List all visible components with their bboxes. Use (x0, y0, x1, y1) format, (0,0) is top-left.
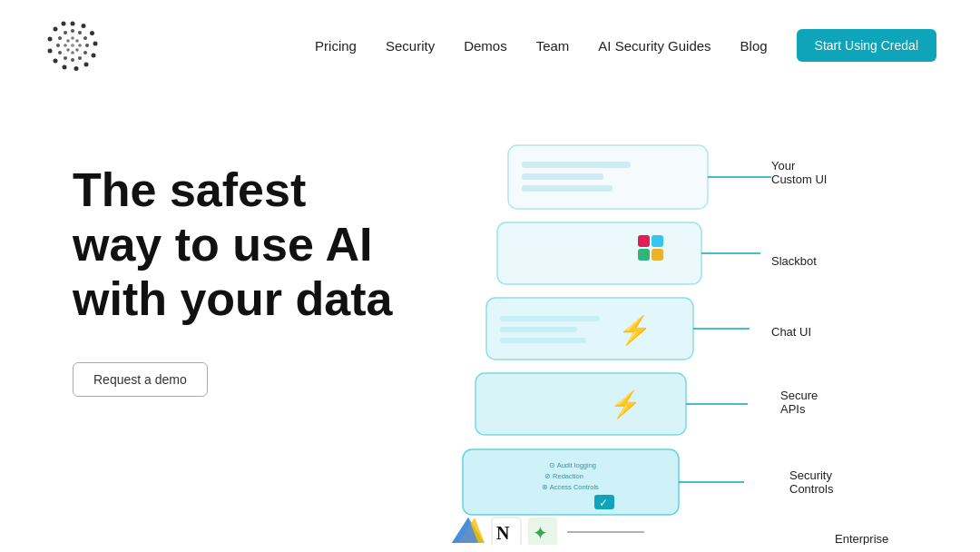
svg-rect-35 (522, 162, 631, 168)
svg-text:APIs: APIs (780, 402, 806, 416)
hero-diagram: Your Custom UI Slackbot ⚡ (436, 127, 962, 545)
nav-link-pricing[interactable]: Pricing (315, 38, 357, 54)
svg-point-15 (83, 36, 87, 40)
svg-rect-41 (638, 235, 650, 247)
svg-point-19 (71, 58, 74, 62)
svg-rect-56 (463, 449, 679, 515)
svg-point-20 (64, 56, 67, 60)
hero-title: The safest way to use AI with your data (73, 163, 417, 326)
label-custom-ui: Your (771, 159, 796, 172)
svg-point-31 (64, 44, 67, 47)
svg-rect-52 (475, 373, 686, 435)
svg-point-17 (83, 51, 87, 54)
svg-point-18 (78, 56, 82, 60)
svg-point-10 (48, 37, 53, 42)
svg-point-0 (71, 22, 75, 26)
svg-point-12 (62, 22, 66, 26)
svg-text:⊛ Access Controls: ⊛ Access Controls (542, 483, 599, 491)
svg-rect-43 (638, 249, 650, 261)
svg-point-4 (92, 54, 96, 58)
svg-text:⚡: ⚡ (618, 314, 652, 347)
svg-point-30 (66, 48, 70, 52)
svg-point-16 (85, 44, 89, 47)
svg-rect-40 (497, 222, 701, 284)
svg-point-8 (54, 59, 58, 64)
credal-logo-icon (44, 16, 102, 74)
nav-link-ai-security-guides[interactable]: AI Security Guides (598, 38, 710, 54)
start-using-credal-button[interactable]: Start Using Credal (797, 29, 936, 62)
svg-rect-49 (500, 327, 577, 332)
hero-section: The safest way to use AI with your data … (0, 91, 980, 545)
nav-link-demos[interactable]: Demos (464, 38, 507, 54)
svg-rect-37 (522, 185, 612, 192)
request-demo-button[interactable]: Request a demo (73, 362, 208, 397)
label-slackbot: Slackbot (771, 254, 817, 268)
svg-rect-48 (500, 316, 600, 321)
svg-text:⊙ Audit logging: ⊙ Audit logging (549, 461, 596, 469)
svg-point-5 (84, 63, 89, 67)
label-chat-ui: Chat UI (771, 325, 811, 339)
navigation: Pricing Security Demos Team AI Security … (0, 0, 980, 91)
svg-text:N: N (496, 523, 510, 543)
svg-text:✦: ✦ (533, 523, 548, 543)
svg-point-21 (58, 51, 62, 54)
svg-rect-50 (500, 338, 586, 343)
diagram-svg: Your Custom UI Slackbot ⚡ (436, 127, 962, 545)
svg-text:Custom UI: Custom UI (771, 172, 827, 186)
svg-point-14 (78, 31, 82, 34)
svg-point-25 (71, 36, 74, 40)
svg-point-1 (82, 24, 86, 28)
svg-point-32 (66, 39, 70, 43)
svg-point-2 (90, 31, 94, 35)
nav-link-team[interactable]: Team (536, 38, 570, 54)
svg-point-3 (93, 42, 98, 46)
svg-text:Controls: Controls (789, 482, 834, 496)
svg-point-11 (54, 27, 58, 32)
svg-point-13 (71, 29, 74, 33)
svg-point-23 (58, 36, 62, 40)
nav-links: Pricing Security Demos Team AI Security … (315, 29, 936, 62)
svg-point-28 (75, 48, 79, 52)
label-secure-apis: Secure (780, 389, 818, 402)
svg-point-6 (74, 66, 79, 71)
svg-point-26 (75, 39, 79, 43)
svg-point-24 (64, 31, 67, 34)
svg-point-22 (56, 44, 60, 47)
logo[interactable] (44, 16, 102, 74)
svg-text:✓: ✓ (599, 497, 608, 509)
svg-point-29 (71, 51, 74, 54)
svg-point-27 (78, 44, 82, 47)
svg-text:⊘ Redaction: ⊘ Redaction (544, 472, 583, 480)
label-security-controls: Security (789, 468, 832, 482)
svg-point-7 (63, 65, 67, 70)
nav-link-security[interactable]: Security (386, 38, 435, 54)
svg-rect-42 (652, 235, 663, 247)
svg-point-33 (71, 44, 74, 47)
svg-text:⚡: ⚡ (610, 389, 642, 419)
label-enterprise-data: Enterprise (835, 532, 888, 545)
svg-rect-36 (522, 173, 603, 180)
hero-text-block: The safest way to use AI with your data … (73, 127, 417, 397)
svg-rect-44 (652, 249, 663, 261)
nav-link-blog[interactable]: Blog (740, 38, 768, 54)
svg-point-9 (48, 49, 53, 54)
